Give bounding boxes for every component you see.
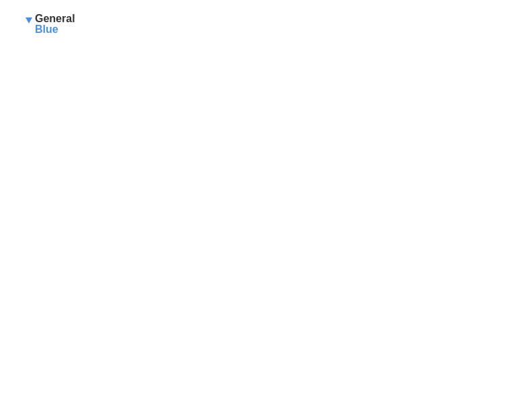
logo-wrapper: General Blue: [13, 13, 75, 35]
logo-general: General: [35, 13, 75, 24]
page-header: General Blue: [13, 13, 519, 35]
svg-marker-0: [26, 17, 32, 24]
logo-blue: Blue: [35, 24, 75, 35]
logo-bird-icon: [13, 15, 32, 34]
logo: General Blue: [13, 13, 75, 35]
logo-text: General Blue: [35, 13, 75, 35]
